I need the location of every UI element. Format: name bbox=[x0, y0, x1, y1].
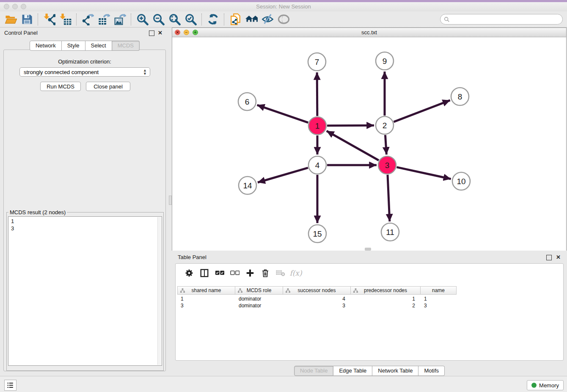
criterion-select[interactable]: strongly connected component ▲▼ bbox=[19, 67, 150, 77]
table-cell[interactable]: dominator bbox=[235, 302, 283, 309]
network-canvas[interactable]: 7968124314101511 bbox=[172, 37, 566, 251]
zoom-selected-button[interactable] bbox=[182, 12, 198, 27]
control-panel-float-icon[interactable] bbox=[149, 30, 154, 36]
hide-panels-icon bbox=[261, 13, 274, 25]
tab-node-table[interactable]: Node Table bbox=[294, 366, 334, 376]
graph-node-8[interactable]: 8 bbox=[451, 88, 469, 105]
table-row[interactable]: 1dominator411 bbox=[177, 295, 457, 302]
graph-node-4[interactable]: 4 bbox=[308, 156, 326, 174]
columns-button[interactable] bbox=[197, 265, 212, 281]
column-header-name[interactable]: name bbox=[421, 286, 457, 295]
graph-node-11[interactable]: 11 bbox=[381, 223, 399, 241]
import-table-button[interactable] bbox=[57, 12, 73, 27]
search-input[interactable] bbox=[452, 15, 562, 24]
result-scrollbar[interactable] bbox=[157, 217, 161, 365]
table-cell[interactable]: 2 bbox=[351, 302, 421, 309]
duplicate-network-button[interactable] bbox=[227, 12, 243, 27]
column-header-shared-name[interactable]: shared name bbox=[177, 286, 235, 295]
memory-button[interactable]: Memory bbox=[527, 380, 564, 390]
graph-node-9[interactable]: 9 bbox=[376, 52, 394, 70]
column-header-MCDS-role[interactable]: MCDS role bbox=[235, 286, 283, 295]
tab-select[interactable]: Select bbox=[85, 41, 112, 51]
search-field[interactable] bbox=[440, 14, 563, 25]
column-type-icon bbox=[353, 288, 358, 293]
select-all-button[interactable] bbox=[212, 265, 227, 281]
graph-node-14[interactable]: 14 bbox=[239, 177, 256, 194]
fx-button[interactable]: f(x) bbox=[288, 265, 303, 281]
graph-edge-2-8[interactable] bbox=[394, 100, 450, 122]
column-type-icon bbox=[286, 288, 290, 293]
task-history-button[interactable] bbox=[4, 380, 17, 391]
mcds-result-line: 1 bbox=[11, 218, 159, 225]
table-cell[interactable]: 3 bbox=[421, 302, 457, 309]
table-row[interactable]: 3dominator323 bbox=[177, 302, 457, 309]
delete-table-button[interactable] bbox=[273, 265, 288, 281]
refresh-button[interactable] bbox=[205, 12, 221, 27]
column-label: successor nodes bbox=[297, 287, 336, 293]
graph-edge-3-11[interactable] bbox=[388, 175, 390, 221]
column-header-successor-nodes[interactable]: successor nodes bbox=[283, 286, 351, 295]
graph-edge-1-6[interactable] bbox=[257, 105, 308, 122]
gear-button[interactable] bbox=[182, 265, 197, 281]
graph-node-7[interactable]: 7 bbox=[308, 53, 326, 71]
table-cell[interactable]: 1 bbox=[351, 295, 421, 302]
tab-mcds[interactable]: MCDS bbox=[112, 41, 140, 51]
graph-node-2[interactable]: 2 bbox=[376, 116, 394, 134]
mcds-result-list[interactable]: 13 bbox=[8, 216, 162, 366]
list-icon bbox=[6, 381, 15, 389]
svg-text:11: 11 bbox=[386, 228, 394, 237]
table-cell[interactable]: 3 bbox=[177, 302, 235, 309]
toolbar-separator bbox=[224, 14, 224, 25]
vertical-splitter-handle[interactable] bbox=[169, 196, 172, 205]
close-panel-button[interactable]: Close panel bbox=[86, 82, 130, 91]
node-table-container: f(x) shared nameMCDS rolesuccessor nodes… bbox=[175, 263, 564, 361]
zoom-out-button[interactable] bbox=[150, 12, 166, 27]
hide-panels-button[interactable] bbox=[259, 12, 275, 27]
graph-node-3[interactable]: 3 bbox=[378, 156, 396, 174]
zoom-fit-button[interactable] bbox=[166, 12, 182, 27]
tab-network[interactable]: Network bbox=[30, 41, 62, 51]
mcds-result-title: MCDS result (2 nodes) bbox=[8, 209, 67, 215]
tab-network-table[interactable]: Network Table bbox=[372, 366, 418, 376]
tab-style[interactable]: Style bbox=[62, 41, 85, 51]
export-table-button[interactable] bbox=[96, 12, 112, 27]
graph-edge-3-10[interactable] bbox=[396, 167, 451, 179]
column-header-predecessor-nodes[interactable]: predecessor nodes bbox=[351, 286, 421, 295]
save-button[interactable] bbox=[19, 12, 35, 27]
table-panel-float-icon[interactable] bbox=[546, 255, 552, 260]
run-mcds-button[interactable]: Run MCDS bbox=[40, 82, 81, 91]
export-image-icon bbox=[114, 13, 126, 25]
show-panels-button[interactable] bbox=[275, 12, 292, 27]
home-button[interactable] bbox=[243, 12, 259, 27]
graph-edge-2-3[interactable] bbox=[385, 135, 386, 155]
graph-edge-3-1[interactable] bbox=[327, 131, 379, 160]
svg-text:4: 4 bbox=[315, 161, 320, 170]
table-panel-close-icon[interactable]: ✕ bbox=[556, 255, 561, 260]
table-cell[interactable]: 1 bbox=[177, 295, 235, 302]
table-cell[interactable]: 4 bbox=[283, 295, 351, 302]
delete-button[interactable] bbox=[258, 265, 273, 281]
graph-node-6[interactable]: 6 bbox=[238, 93, 256, 110]
add-button[interactable] bbox=[242, 265, 258, 281]
table-cell[interactable]: dominator bbox=[235, 295, 283, 302]
control-panel-close-icon[interactable]: ✕ bbox=[157, 30, 163, 36]
memory-status-icon bbox=[531, 383, 537, 388]
import-network-button[interactable] bbox=[41, 12, 57, 27]
zoom-in-button[interactable] bbox=[134, 12, 150, 27]
graph-node-15[interactable]: 15 bbox=[308, 225, 326, 243]
graph-node-1[interactable]: 1 bbox=[308, 117, 326, 135]
gear-icon bbox=[184, 268, 194, 278]
open-folder-button[interactable] bbox=[3, 12, 19, 27]
export-network-button[interactable] bbox=[80, 12, 96, 27]
export-image-button[interactable] bbox=[112, 12, 128, 27]
tab-edge-table[interactable]: Edge Table bbox=[333, 366, 372, 376]
deselect-all-button[interactable] bbox=[227, 265, 242, 281]
table-cell[interactable]: 1 bbox=[421, 295, 457, 302]
horizontal-splitter-handle[interactable] bbox=[365, 248, 371, 251]
graph-edge-1-2[interactable] bbox=[327, 125, 374, 126]
tab-motifs[interactable]: Motifs bbox=[418, 366, 445, 376]
table-cell[interactable]: 3 bbox=[283, 302, 351, 309]
graph-node-10[interactable]: 10 bbox=[452, 172, 470, 190]
graph-edge-1-7[interactable] bbox=[317, 72, 317, 116]
graph-edge-4-14[interactable] bbox=[258, 168, 308, 182]
